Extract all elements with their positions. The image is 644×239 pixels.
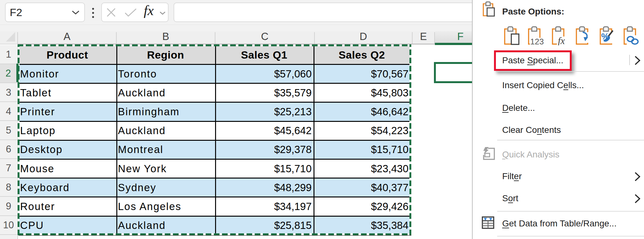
svg-text:123: 123 xyxy=(530,37,544,45)
svg-text:fx: fx xyxy=(558,35,565,45)
